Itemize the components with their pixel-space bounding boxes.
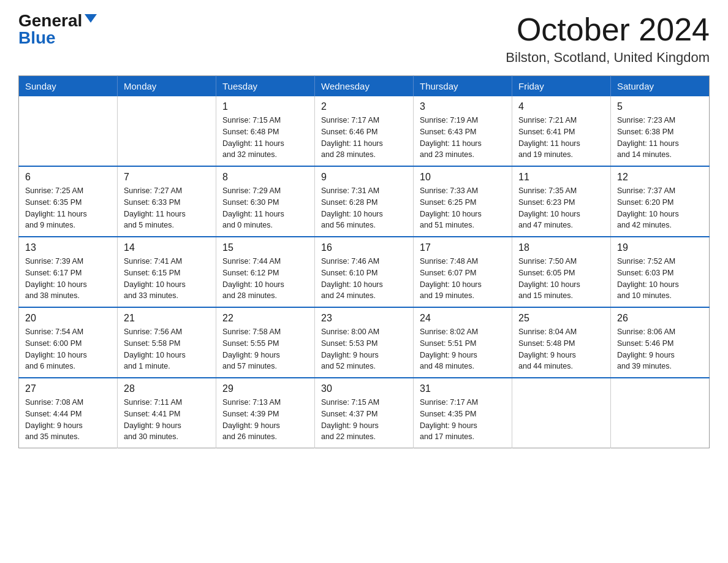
day-number: 17 — [420, 242, 506, 253]
day-number: 4 — [518, 101, 604, 112]
calendar-day-cell: 3Sunrise: 7:19 AM Sunset: 6:43 PM Daylig… — [414, 96, 512, 166]
day-number: 3 — [420, 101, 506, 112]
day-info: Sunrise: 7:52 AM Sunset: 6:03 PM Dayligh… — [617, 256, 703, 302]
day-info: Sunrise: 7:41 AM Sunset: 6:15 PM Dayligh… — [124, 256, 210, 302]
calendar-day-header: Monday — [118, 76, 216, 97]
day-number: 15 — [222, 242, 308, 253]
month-title: October 2024 — [506, 12, 710, 47]
calendar-day-cell — [19, 96, 118, 166]
day-info: Sunrise: 7:39 AM Sunset: 6:17 PM Dayligh… — [25, 256, 111, 302]
calendar-day-cell: 21Sunrise: 7:56 AM Sunset: 5:58 PM Dayli… — [118, 307, 216, 378]
day-info: Sunrise: 8:00 AM Sunset: 5:53 PM Dayligh… — [321, 326, 407, 372]
day-info: Sunrise: 8:04 AM Sunset: 5:48 PM Dayligh… — [518, 326, 604, 372]
calendar-day-cell: 12Sunrise: 7:37 AM Sunset: 6:20 PM Dayli… — [611, 166, 710, 237]
calendar-header-row: SundayMondayTuesdayWednesdayThursdayFrid… — [19, 76, 710, 97]
calendar-day-cell: 11Sunrise: 7:35 AM Sunset: 6:23 PM Dayli… — [512, 166, 611, 237]
day-info: Sunrise: 7:44 AM Sunset: 6:12 PM Dayligh… — [222, 256, 308, 302]
logo-general-text: General — [18, 12, 82, 29]
day-number: 30 — [321, 383, 407, 394]
day-info: Sunrise: 8:06 AM Sunset: 5:46 PM Dayligh… — [617, 326, 703, 372]
calendar-day-cell: 23Sunrise: 8:00 AM Sunset: 5:53 PM Dayli… — [315, 307, 414, 378]
day-info: Sunrise: 7:48 AM Sunset: 6:07 PM Dayligh… — [420, 256, 506, 302]
calendar-day-cell: 4Sunrise: 7:21 AM Sunset: 6:41 PM Daylig… — [512, 96, 611, 166]
day-info: Sunrise: 7:21 AM Sunset: 6:41 PM Dayligh… — [518, 115, 604, 161]
day-info: Sunrise: 7:54 AM Sunset: 6:00 PM Dayligh… — [25, 326, 111, 372]
calendar-day-header: Sunday — [19, 76, 118, 97]
day-number: 18 — [518, 242, 604, 253]
day-info: Sunrise: 7:37 AM Sunset: 6:20 PM Dayligh… — [617, 185, 703, 231]
day-number: 1 — [222, 101, 308, 112]
calendar-day-cell: 1Sunrise: 7:15 AM Sunset: 6:48 PM Daylig… — [216, 96, 315, 166]
day-number: 14 — [124, 242, 210, 253]
day-info: Sunrise: 7:19 AM Sunset: 6:43 PM Dayligh… — [420, 115, 506, 161]
day-number: 26 — [617, 313, 703, 324]
day-number: 20 — [25, 313, 111, 324]
day-number: 24 — [420, 313, 506, 324]
day-info: Sunrise: 7:50 AM Sunset: 6:05 PM Dayligh… — [518, 256, 604, 302]
calendar-day-cell: 30Sunrise: 7:15 AM Sunset: 4:37 PM Dayli… — [315, 378, 414, 448]
day-info: Sunrise: 7:56 AM Sunset: 5:58 PM Dayligh… — [124, 326, 210, 372]
calendar-day-header: Friday — [512, 76, 611, 97]
day-info: Sunrise: 7:35 AM Sunset: 6:23 PM Dayligh… — [518, 185, 604, 231]
day-info: Sunrise: 7:23 AM Sunset: 6:38 PM Dayligh… — [617, 115, 703, 161]
calendar-day-header: Tuesday — [216, 76, 315, 97]
day-number: 31 — [420, 383, 506, 394]
day-info: Sunrise: 7:29 AM Sunset: 6:30 PM Dayligh… — [222, 185, 308, 231]
day-info: Sunrise: 7:08 AM Sunset: 4:44 PM Dayligh… — [25, 397, 111, 443]
calendar-week-row: 6Sunrise: 7:25 AM Sunset: 6:35 PM Daylig… — [19, 166, 710, 237]
day-info: Sunrise: 7:46 AM Sunset: 6:10 PM Dayligh… — [321, 256, 407, 302]
calendar-day-cell: 19Sunrise: 7:52 AM Sunset: 6:03 PM Dayli… — [611, 237, 710, 307]
calendar-day-cell: 24Sunrise: 8:02 AM Sunset: 5:51 PM Dayli… — [414, 307, 512, 378]
logo-triangle-icon — [85, 14, 97, 23]
calendar-day-cell: 29Sunrise: 7:13 AM Sunset: 4:39 PM Dayli… — [216, 378, 315, 448]
calendar-week-row: 13Sunrise: 7:39 AM Sunset: 6:17 PM Dayli… — [19, 237, 710, 307]
calendar-day-cell: 18Sunrise: 7:50 AM Sunset: 6:05 PM Dayli… — [512, 237, 611, 307]
day-info: Sunrise: 7:17 AM Sunset: 4:35 PM Dayligh… — [420, 397, 506, 443]
calendar-day-cell: 5Sunrise: 7:23 AM Sunset: 6:38 PM Daylig… — [611, 96, 710, 166]
calendar-day-cell: 28Sunrise: 7:11 AM Sunset: 4:41 PM Dayli… — [118, 378, 216, 448]
calendar-day-cell: 13Sunrise: 7:39 AM Sunset: 6:17 PM Dayli… — [19, 237, 118, 307]
calendar-day-cell: 14Sunrise: 7:41 AM Sunset: 6:15 PM Dayli… — [118, 237, 216, 307]
calendar-day-cell: 27Sunrise: 7:08 AM Sunset: 4:44 PM Dayli… — [19, 378, 118, 448]
calendar-day-cell — [118, 96, 216, 166]
calendar-day-header: Saturday — [611, 76, 710, 97]
day-number: 19 — [617, 242, 703, 253]
day-number: 13 — [25, 242, 111, 253]
calendar-day-header: Thursday — [414, 76, 512, 97]
calendar-day-cell: 31Sunrise: 7:17 AM Sunset: 4:35 PM Dayli… — [414, 378, 512, 448]
calendar-week-row: 27Sunrise: 7:08 AM Sunset: 4:44 PM Dayli… — [19, 378, 710, 448]
day-number: 11 — [518, 172, 604, 183]
day-number: 21 — [124, 313, 210, 324]
day-number: 6 — [25, 172, 111, 183]
calendar-day-cell: 25Sunrise: 8:04 AM Sunset: 5:48 PM Dayli… — [512, 307, 611, 378]
day-info: Sunrise: 7:33 AM Sunset: 6:25 PM Dayligh… — [420, 185, 506, 231]
calendar-day-cell: 26Sunrise: 8:06 AM Sunset: 5:46 PM Dayli… — [611, 307, 710, 378]
calendar-day-cell: 9Sunrise: 7:31 AM Sunset: 6:28 PM Daylig… — [315, 166, 414, 237]
logo-blue-text: Blue — [18, 29, 56, 47]
calendar-day-cell: 10Sunrise: 7:33 AM Sunset: 6:25 PM Dayli… — [414, 166, 512, 237]
day-info: Sunrise: 7:15 AM Sunset: 4:37 PM Dayligh… — [321, 397, 407, 443]
day-info: Sunrise: 8:02 AM Sunset: 5:51 PM Dayligh… — [420, 326, 506, 372]
location-title: Bilston, Scotland, United Kingdom — [506, 50, 710, 66]
day-number: 8 — [222, 172, 308, 183]
calendar-day-cell — [611, 378, 710, 448]
calendar-day-cell: 22Sunrise: 7:58 AM Sunset: 5:55 PM Dayli… — [216, 307, 315, 378]
day-number: 29 — [222, 383, 308, 394]
day-info: Sunrise: 7:25 AM Sunset: 6:35 PM Dayligh… — [25, 185, 111, 231]
day-info: Sunrise: 7:13 AM Sunset: 4:39 PM Dayligh… — [222, 397, 308, 443]
day-number: 5 — [617, 101, 703, 112]
day-number: 28 — [124, 383, 210, 394]
day-info: Sunrise: 7:31 AM Sunset: 6:28 PM Dayligh… — [321, 185, 407, 231]
day-info: Sunrise: 7:15 AM Sunset: 6:48 PM Dayligh… — [222, 115, 308, 161]
day-number: 16 — [321, 242, 407, 253]
day-info: Sunrise: 7:58 AM Sunset: 5:55 PM Dayligh… — [222, 326, 308, 372]
day-number: 12 — [617, 172, 703, 183]
calendar-day-cell: 8Sunrise: 7:29 AM Sunset: 6:30 PM Daylig… — [216, 166, 315, 237]
day-info: Sunrise: 7:11 AM Sunset: 4:41 PM Dayligh… — [124, 397, 210, 443]
day-number: 25 — [518, 313, 604, 324]
day-info: Sunrise: 7:27 AM Sunset: 6:33 PM Dayligh… — [124, 185, 210, 231]
calendar-day-cell — [512, 378, 611, 448]
day-number: 9 — [321, 172, 407, 183]
calendar-week-row: 20Sunrise: 7:54 AM Sunset: 6:00 PM Dayli… — [19, 307, 710, 378]
page-header: General Blue October 2024 Bilston, Scotl… — [18, 12, 710, 66]
